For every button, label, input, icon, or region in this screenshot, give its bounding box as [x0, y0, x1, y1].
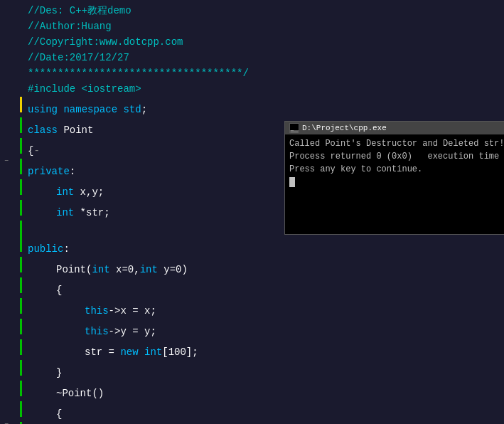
line-content: //Date:2017/12/27	[23, 50, 504, 65]
line-content: //Copyright:www.dotcpp.com	[23, 34, 504, 50]
code-line: }	[0, 360, 504, 381]
line-content: using namespace std;	[23, 102, 504, 117]
code-line: //Copyright:www.dotcpp.com	[0, 34, 504, 50]
green-bar	[20, 401, 22, 417]
line-content: this->x = x;	[23, 303, 504, 319]
line-content: ~Point()	[23, 386, 504, 401]
line-content: this->y = y;	[23, 324, 504, 339]
line-content: Point(int x=0,int y=0)	[23, 262, 504, 277]
code-line: //Des: C++教程demo	[0, 3, 504, 18]
terminal-title: D:\Project\cpp.exe	[302, 124, 387, 132]
line-content: }	[23, 365, 504, 381]
line-content: str = new int[100];	[23, 344, 504, 360]
code-line: str = new int[100];	[0, 339, 504, 360]
terminal-line: Process returned 0 (0x0) execution time …	[289, 150, 500, 163]
green-bar	[20, 381, 22, 396]
terminal-cursor-line	[289, 176, 500, 189]
svg-rect-2	[291, 130, 294, 131]
line-content: ************************************/	[23, 65, 504, 81]
line-content: #include <iostream>	[23, 81, 504, 97]
code-line: ~Point()	[0, 381, 504, 401]
code-line: public:	[0, 236, 504, 257]
green-bar	[20, 319, 22, 334]
cursor	[289, 177, 295, 187]
line-content: public:	[23, 241, 504, 257]
green-bar	[20, 339, 22, 355]
green-bar	[20, 298, 22, 314]
green-bar	[20, 117, 22, 133]
green-bar	[20, 179, 22, 195]
terminal-window[interactable]: D:\Project\cpp.exe Called Point's Destru…	[284, 121, 504, 235]
svg-rect-3	[291, 132, 298, 132]
code-line: #include <iostream>	[0, 81, 504, 97]
svg-rect-1	[290, 124, 299, 130]
terminal-icon	[289, 123, 299, 133]
editor: //Des: C++教程demo//Author:Huang//Copyrigh…	[0, 0, 504, 424]
code-line: Point(int x=0,int y=0)	[0, 257, 504, 277]
code-line: //Date:2017/12/27	[0, 50, 504, 65]
green-bar	[20, 221, 22, 236]
line-content: {	[23, 282, 504, 298]
code-line: −{	[0, 401, 504, 422]
line-content: //Des: C++教程demo	[23, 3, 504, 18]
terminal-titlebar: D:\Project\cpp.exe	[285, 122, 504, 134]
green-bar	[20, 200, 22, 216]
terminal-body: Called Point's Destructor and Deleted st…	[285, 134, 504, 234]
green-bar	[20, 138, 22, 154]
green-bar	[20, 236, 22, 252]
green-bar	[20, 257, 22, 272]
terminal-line: Called Point's Destructor and Deleted st…	[289, 137, 500, 150]
code-line: this->y = y;	[0, 319, 504, 339]
code-line: this->x = x;	[0, 298, 504, 319]
code-line: ************************************/	[0, 65, 504, 81]
code-line: //Author:Huang	[0, 18, 504, 34]
yellow-bar	[20, 97, 22, 112]
green-bar	[20, 277, 22, 293]
green-bar	[20, 159, 22, 174]
green-bar	[20, 360, 22, 376]
code-line: {	[0, 277, 504, 298]
terminal-line: Press any key to continue.	[289, 163, 500, 176]
line-content: //Author:Huang	[23, 18, 504, 34]
code-line: using namespace std;	[0, 97, 504, 117]
line-content: {	[23, 406, 504, 422]
